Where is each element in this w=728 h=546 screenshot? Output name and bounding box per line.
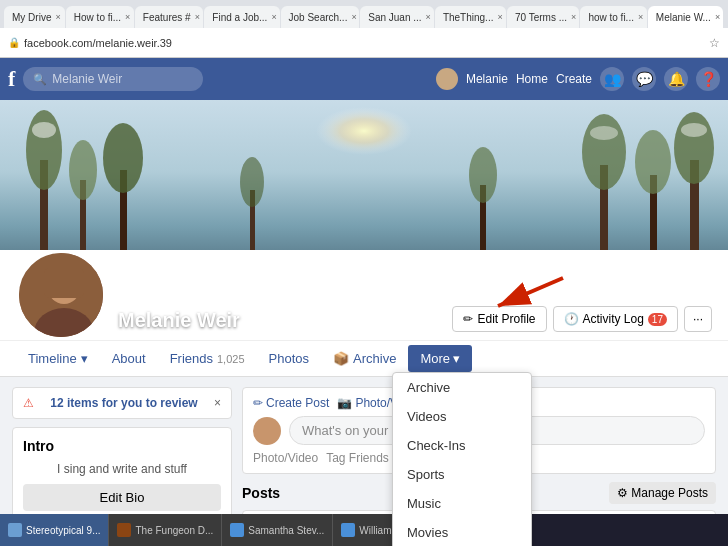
lock-icon: 🔒 — [8, 37, 20, 48]
settings-icon: ⚙ — [617, 486, 628, 500]
svg-point-12 — [635, 130, 671, 194]
tab-70terms[interactable]: 70 Terms ...× — [507, 6, 579, 28]
svg-point-18 — [469, 147, 497, 203]
more-nav-button[interactable]: More ▾ — [408, 345, 472, 372]
post-user-avatar — [253, 417, 281, 445]
activity-badge: 17 — [648, 313, 667, 326]
avatar-image — [19, 253, 106, 340]
taskbar-icon4 — [341, 523, 355, 537]
facebook-nav: f 🔍 Melanie Home Create 👥 💬 🔔 ❓ — [0, 58, 728, 100]
tab-close-icon[interactable]: × — [638, 12, 643, 22]
tab-melanie[interactable]: Melanie W...× — [648, 6, 723, 28]
create-post-button[interactable]: ✏ Create Post — [253, 396, 329, 410]
tab-close-icon[interactable]: × — [426, 12, 431, 22]
svg-point-10 — [582, 114, 626, 190]
browser-chrome: My Drive× How to fi...× Features #× Find… — [0, 0, 728, 58]
dropdown-archive[interactable]: Archive — [393, 373, 531, 402]
review-count: 12 items for you to review — [50, 396, 197, 410]
svg-point-20 — [590, 126, 618, 140]
profile-info: Melanie Weir — [118, 309, 240, 340]
nav-friends[interactable]: Friends 1,025 — [158, 341, 257, 376]
edit-profile-button[interactable]: ✏ Edit Profile — [452, 306, 546, 332]
messages-icon[interactable]: 💬 — [632, 67, 656, 91]
svg-point-21 — [681, 123, 707, 137]
intro-title: Intro — [23, 438, 221, 454]
svg-point-6 — [69, 140, 97, 200]
taskbar-tab-fungeon[interactable]: The Fungeon D... — [109, 514, 222, 546]
tab-sanjuan[interactable]: San Juan ...× — [360, 6, 434, 28]
nav-about[interactable]: About — [100, 341, 158, 376]
svg-point-8 — [103, 123, 143, 193]
tab-howto[interactable]: How to fi...× — [66, 6, 134, 28]
manage-posts-button[interactable]: ⚙ Manage Posts — [609, 482, 716, 504]
profile-name: Melanie Weir — [118, 309, 240, 332]
nav-timeline[interactable]: Timeline ▾ — [16, 341, 100, 376]
tab-howto2[interactable]: how to fi...× — [580, 6, 646, 28]
more-dots-button[interactable]: ··· — [684, 306, 712, 332]
tab-close-icon[interactable]: × — [351, 12, 356, 22]
tab-close-icon[interactable]: × — [271, 12, 276, 22]
nav-archive[interactable]: 📦 Archive — [321, 341, 408, 376]
facebook-logo: f — [8, 66, 15, 92]
address-bar: 🔒 facebook.com/melanie.weir.39 ☆ — [0, 28, 728, 58]
more-dropdown-menu: Archive Videos Check-Ins Sports Music Mo… — [392, 372, 532, 546]
edit-bio-button[interactable]: Edit Bio — [23, 484, 221, 511]
nav-create[interactable]: Create — [556, 72, 592, 86]
dropdown-movies[interactable]: Movies — [393, 518, 531, 546]
taskbar-tab-samantha[interactable]: Samantha Stev... — [222, 514, 333, 546]
taskbar-label3: Samantha Stev... — [248, 525, 324, 536]
url-display: facebook.com/melanie.weir.39 — [24, 37, 705, 49]
svg-point-16 — [240, 157, 264, 207]
profile-nav: Timeline ▾ About Friends 1,025 Photos 📦 … — [0, 340, 728, 376]
dropdown-sports[interactable]: Sports — [393, 460, 531, 489]
tab-job[interactable]: Find a Job...× — [204, 6, 279, 28]
taskbar-icon2 — [117, 523, 131, 537]
tab-thething[interactable]: TheThing...× — [435, 6, 506, 28]
tab-jobsearch[interactable]: Job Search...× — [281, 6, 360, 28]
review-close-icon[interactable]: × — [214, 396, 221, 410]
intro-text: I sing and write and stuff — [23, 462, 221, 476]
media-photo-btn[interactable]: Photo/Video — [253, 451, 318, 465]
tab-close-icon[interactable]: × — [715, 12, 720, 22]
help-icon[interactable]: ❓ — [696, 67, 720, 91]
tab-close-icon[interactable]: × — [571, 12, 576, 22]
taskbar-icon — [8, 523, 22, 537]
taskbar-label2: The Fungeon D... — [135, 525, 213, 536]
review-icon: ⚠ — [23, 396, 34, 410]
dropdown-videos[interactable]: Videos — [393, 402, 531, 431]
nav-home[interactable]: Home — [516, 72, 548, 86]
more-dropdown-container: More ▾ Archive Videos Check-Ins Sports M… — [408, 345, 472, 372]
taskbar-icon3 — [230, 523, 244, 537]
friends-icon[interactable]: 👥 — [600, 67, 624, 91]
svg-point-1 — [244, 100, 484, 215]
tab-bar: My Drive× How to fi...× Features #× Find… — [0, 0, 728, 28]
taskbar-tab-stereotypical[interactable]: Stereotypical 9... — [0, 514, 109, 546]
taskbar-label: Stereotypical 9... — [26, 525, 100, 536]
nav-links: Melanie Home Create 👥 💬 🔔 ❓ — [436, 67, 720, 91]
profile-actions: ✏ Edit Profile 🕐 Activity Log 17 ··· — [452, 306, 712, 340]
tab-features[interactable]: Features #× — [135, 6, 204, 28]
nav-avatar — [436, 68, 458, 90]
activity-log-button[interactable]: 🕐 Activity Log 17 — [553, 306, 678, 332]
profile-top: Melanie Weir ✏ Edit Profile 🕐 Activity L… — [0, 250, 728, 340]
svg-point-14 — [674, 112, 714, 184]
dropdown-checkins[interactable]: Check-Ins — [393, 431, 531, 460]
nav-name[interactable]: Melanie — [466, 72, 508, 86]
search-input[interactable] — [52, 72, 192, 86]
plus-icon: ✏ — [253, 396, 263, 410]
taskbar: Stereotypical 9... The Fungeon D... Sama… — [0, 514, 728, 546]
posts-title: Posts — [242, 485, 280, 501]
tab-close-icon[interactable]: × — [55, 12, 60, 22]
tab-my-drive[interactable]: My Drive× — [4, 6, 65, 28]
tab-close-icon[interactable]: × — [497, 12, 502, 22]
svg-rect-25 — [44, 268, 84, 298]
bookmark-icon[interactable]: ☆ — [709, 36, 720, 50]
media-tag-btn[interactable]: Tag Friends — [326, 451, 389, 465]
notifications-icon[interactable]: 🔔 — [664, 67, 688, 91]
dropdown-music[interactable]: Music — [393, 489, 531, 518]
tab-close-icon[interactable]: × — [195, 12, 200, 22]
nav-photos[interactable]: Photos — [257, 341, 321, 376]
svg-point-19 — [32, 122, 56, 138]
search-bar[interactable]: 🔍 — [23, 67, 203, 91]
tab-close-icon[interactable]: × — [125, 12, 130, 22]
